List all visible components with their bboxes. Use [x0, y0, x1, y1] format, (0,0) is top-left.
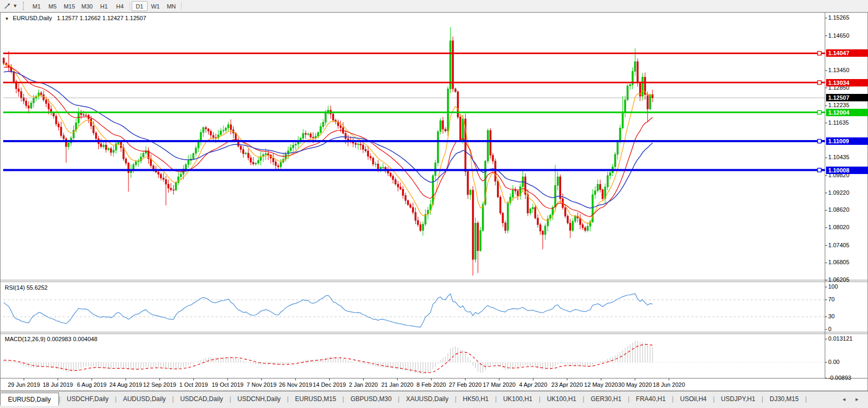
chart-tab-eurusd-daily[interactable]: EURUSD,Daily — [0, 393, 59, 406]
macd-axis-tick: -0.00893 — [828, 375, 851, 381]
chart-tab-xauusd-daily[interactable]: XAUUSD,Daily — [400, 393, 455, 404]
date-axis-label: 18 Jul 2019 — [42, 381, 73, 388]
date-axis-label: 19 Oct 2019 — [212, 381, 244, 388]
price-axis-tick: 1.09220 — [828, 189, 849, 196]
current-price-badge: 1.12507 — [826, 94, 868, 101]
date-axis-label: 12 Sep 2019 — [143, 381, 176, 388]
rsi-axis-tick: 0 — [828, 326, 831, 332]
timeframe-button-m30[interactable]: M30 — [78, 1, 96, 11]
chart-tab-uk100-h1[interactable]: UK100,H1 — [540, 393, 582, 404]
line-handle-1.10008[interactable] — [818, 168, 821, 172]
date-axis-label: 6 Aug 2019 — [77, 381, 107, 388]
timeframe-toolbar: ▼ M1M5M15M30H1H4D1W1MN — [0, 0, 868, 12]
chart-tab-ger30-h1[interactable]: GER30,H1 — [585, 393, 628, 404]
chevron-down-icon[interactable]: ▼ — [13, 3, 18, 8]
rsi-axis-tick: 30 — [828, 313, 835, 319]
chart-tab-uk100-h1[interactable]: UK100,H1 — [497, 393, 539, 404]
chart-window[interactable]: ▼ EURUSD,Daily 1.12577 1.12662 1.12427 1… — [0, 12, 868, 391]
rsi-axis-tick: 70 — [828, 296, 835, 302]
chart-tab-usdchf-daily[interactable]: USDCHF,Daily — [61, 393, 115, 404]
date-axis-label: 14 Dec 2019 — [313, 381, 346, 388]
ohlc-values: 1.12577 1.12662 1.12427 1.12507 — [57, 15, 146, 21]
date-axis-label: 8 Feb 2020 — [417, 381, 446, 388]
chart-tab-audusd-daily[interactable]: AUDUSD,Daily — [117, 393, 173, 404]
price-line-badge-1.10008: 1.10008 — [826, 167, 868, 174]
chart-tab-eurusd-m15[interactable]: EURUSD,M15 — [289, 393, 342, 404]
price-axis-tick: 1.08020 — [828, 224, 849, 230]
date-axis-label: 30 May 2020 — [618, 381, 652, 388]
rsi-axis-tick: 100 — [828, 283, 838, 290]
date-axis-label: 17 Mar 2020 — [483, 381, 515, 388]
price-line-badge-1.14047: 1.14047 — [826, 49, 868, 57]
timeframe-button-w1[interactable]: W1 — [148, 1, 164, 11]
line-handle-1.11009[interactable] — [818, 140, 821, 143]
date-axis-label: 29 Jun 2019 — [8, 381, 40, 388]
chart-tab-bar: EURUSD,Daily|USDCHF,Daily|AUDUSD,Daily|U… — [0, 391, 868, 408]
chart-tab-usdcad-daily[interactable]: USDCAD,Daily — [174, 393, 229, 404]
date-axis-label: 26 Nov 2019 — [279, 381, 312, 388]
chart-tab-hk50-h1[interactable]: HK50,H1 — [457, 393, 495, 404]
timeframe-button-m1[interactable]: M1 — [29, 1, 45, 11]
date-axis-label: 12 May 2020 — [584, 381, 618, 388]
price-axis-tick: 1.14650 — [828, 32, 849, 39]
chart-cursor-icon[interactable] — [2, 1, 13, 11]
toolbar-separator — [181, 2, 182, 10]
date-axis-label: 4 Apr 2020 — [519, 381, 547, 388]
date-axis-label: 27 Feb 2020 — [449, 381, 482, 388]
macd-indicator-label: MACD(12,26,9) 0.002983 0.004048 — [5, 336, 97, 342]
timeframe-button-h1[interactable]: H1 — [96, 1, 112, 11]
chevron-down-icon[interactable]: ▼ — [5, 16, 9, 21]
timeframe-button-m15[interactable]: M15 — [61, 1, 78, 11]
date-axis-label: 1 Oct 2019 — [179, 381, 208, 388]
rsi-indicator-label: RSI(14) 55.6252 — [5, 284, 48, 291]
price-axis-tick: 1.08620 — [828, 206, 849, 213]
price-axis-tick: 1.12235 — [828, 102, 849, 108]
line-handle-1.12004[interactable] — [818, 110, 821, 114]
line-handle-1.13034[interactable] — [818, 81, 821, 84]
timeframe-button-mn[interactable]: MN — [164, 1, 179, 11]
chart-tab-dj30-m15[interactable]: DJ30,M15 — [763, 393, 805, 404]
price-axis-tick: 1.07405 — [828, 242, 849, 248]
toolbar-separator — [130, 2, 130, 10]
macd-axis-tick: 0.013121 — [828, 335, 853, 342]
chart-tab-gbpusd-m30[interactable]: GBPUSD,M30 — [344, 393, 398, 404]
macd-axis-tick: 0.00 — [828, 359, 839, 365]
price-axis-tick: 1.10435 — [828, 154, 849, 160]
price-axis-tick: 1.11635 — [828, 119, 849, 126]
date-axis-label: 2 Jan 2020 — [349, 381, 377, 388]
price-line-badge-1.12004: 1.12004 — [826, 109, 868, 116]
date-axis-label: 24 Aug 2019 — [109, 381, 142, 388]
tab-scroll-arrows[interactable]: ◂ ▸ — [843, 396, 863, 403]
chart-tab-fra40-h1[interactable]: FRA40,H1 — [630, 393, 672, 404]
date-axis-label: 21 Jan 2020 — [381, 381, 414, 388]
timeframe-button-h4[interactable]: H4 — [112, 1, 128, 11]
chart-tab-usoil-h4[interactable]: USOil,H4 — [674, 393, 713, 404]
date-axis-label: 7 Nov 2019 — [247, 381, 277, 388]
line-handle-1.14047[interactable] — [818, 51, 821, 55]
toolbar-grip — [23, 2, 25, 10]
price-axis-tick: 1.06805 — [828, 259, 849, 265]
price-axis-tick: 1.13450 — [828, 67, 849, 73]
date-axis-label: 18 Jun 2020 — [653, 381, 685, 388]
chart-tab-usdcnh-daily[interactable]: USDCNH,Daily — [231, 393, 287, 404]
symbol-period-label: EURUSD,Daily — [13, 15, 52, 21]
price-line-badge-1.11009: 1.11009 — [826, 137, 868, 145]
timeframe-buttons: M1M5M15M30H1H4D1W1MN — [29, 1, 183, 11]
price-line-badge-1.13034: 1.13034 — [826, 79, 868, 86]
chart-tab-usdjpy-h1[interactable]: USDJPY,H1 — [715, 393, 761, 404]
timeframe-button-m5[interactable]: M5 — [45, 1, 61, 11]
price-axis-tick: 1.15265 — [828, 14, 849, 21]
tab-separator: | — [805, 395, 806, 403]
price-axis-tick: 1.06205 — [828, 276, 849, 283]
price-chart-canvas[interactable] — [1, 13, 867, 390]
timeframe-button-d1[interactable]: D1 — [132, 1, 148, 11]
chart-title: ▼ EURUSD,Daily 1.12577 1.12662 1.12427 1… — [5, 15, 146, 21]
date-axis-label: 23 Apr 2020 — [552, 381, 583, 388]
